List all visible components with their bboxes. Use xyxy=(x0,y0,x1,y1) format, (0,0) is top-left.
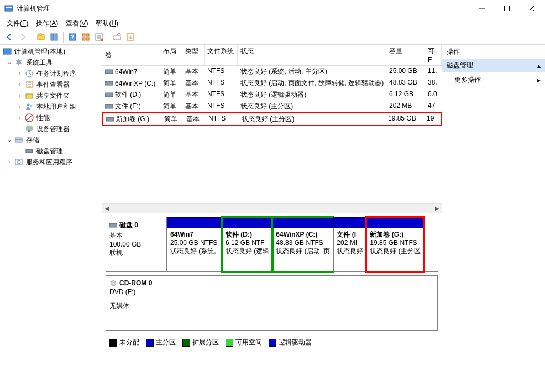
col-layout[interactable]: 布局 xyxy=(160,45,182,65)
svg-rect-31 xyxy=(15,140,22,142)
cdrom-info: CD-ROM 0 DVD (F:) 无媒体 xyxy=(106,276,438,330)
svg-text:?: ? xyxy=(71,34,74,40)
back-button[interactable] xyxy=(3,31,15,43)
tree-shared-folders[interactable]: ›共享文件夹 xyxy=(15,90,102,101)
svg-rect-15 xyxy=(86,38,89,40)
legend: 未分配 主分区 扩展分区 可用空间 逻辑驱动器 xyxy=(106,334,438,351)
tree-storage[interactable]: ⌄存储 xyxy=(4,134,102,145)
volume-row[interactable]: 软件 (D:)简单基本NTFS状态良好 (逻辑驱动器)6.12 GB6.0 xyxy=(102,89,442,101)
svg-rect-7 xyxy=(39,34,41,35)
actions-more[interactable]: 更多操作▸ xyxy=(442,72,545,87)
tree-system-tools[interactable]: ⌄系统工具 xyxy=(4,57,102,68)
cdrom-block[interactable]: CD-ROM 0 DVD (F:) 无媒体 xyxy=(106,275,438,331)
tree-root[interactable]: 计算机管理(本地) xyxy=(0,46,102,57)
menubar: 文件(F) 操作(A) 查看(V) 帮助(H) xyxy=(0,17,545,29)
volume-row[interactable]: 64WinXP (C:)简单基本NTFS状态良好 (启动, 页面文件, 故障转储… xyxy=(102,77,442,89)
h-scrollbar[interactable]: ◀▶ xyxy=(102,203,442,213)
forward-button[interactable] xyxy=(17,31,29,43)
svg-rect-12 xyxy=(82,34,85,36)
partition[interactable]: 64WinXP (C:)48.83 GB NTFS状态良好 (启动, 页 xyxy=(272,217,333,271)
menu-file[interactable]: 文件(F) xyxy=(3,18,32,28)
svg-rect-39 xyxy=(105,104,113,108)
col-avail[interactable]: 可F xyxy=(425,45,442,65)
svg-rect-13 xyxy=(86,34,89,36)
help-icon[interactable]: ? xyxy=(66,31,78,43)
svg-point-33 xyxy=(31,150,32,151)
menu-help[interactable]: 帮助(H) xyxy=(92,18,122,28)
col-capacity[interactable]: 容量 xyxy=(386,45,425,65)
svg-point-43 xyxy=(113,283,114,284)
svg-rect-3 xyxy=(504,6,509,11)
actions-section[interactable]: 磁盘管理▴ xyxy=(442,59,545,72)
disk-0-block[interactable]: 磁盘 0 基本 100.00 GB 联机 64Win725.00 GB NTFS… xyxy=(106,217,438,272)
volume-row[interactable]: 新加卷 (G:)简单基本NTFS状态良好 (主分区)19.85 GB19 xyxy=(102,112,442,126)
tree-services-apps[interactable]: ›服务和应用程序 xyxy=(4,156,102,168)
tree-local-users[interactable]: ›本地用户和组 xyxy=(15,101,102,112)
svg-rect-38 xyxy=(105,93,113,97)
tb-btn-4[interactable] xyxy=(80,31,92,43)
partition[interactable]: 文件 (I202 MI状态良好 xyxy=(333,217,366,271)
svg-rect-23 xyxy=(26,94,33,98)
menu-view[interactable]: 查看(V) xyxy=(62,18,91,28)
partition[interactable]: 64Win725.00 GB NTFS状态良好 (系统, xyxy=(167,217,222,271)
col-type[interactable]: 类型 xyxy=(182,45,205,65)
center-pane: 卷 布局 类型 文件系统 状态 容量 可F 64Win7简单基本NTFS状态良好… xyxy=(102,45,442,392)
col-volume[interactable]: 卷 xyxy=(102,45,160,65)
titlebar: 计算机管理 xyxy=(0,0,545,17)
tree-device-manager[interactable]: 设备管理器 xyxy=(15,123,102,134)
col-fs[interactable]: 文件系统 xyxy=(205,45,238,65)
svg-point-25 xyxy=(30,105,32,107)
partition[interactable]: 软件 (D:)6.12 GB NTF状态良好 (逻辑 xyxy=(222,217,272,271)
toolbar: ? xyxy=(0,29,545,45)
partition[interactable]: 新加卷 (G:)19.85 GB NTFS状态良好 (主分区 xyxy=(366,217,423,271)
svg-rect-29 xyxy=(28,130,30,132)
svg-rect-40 xyxy=(106,117,114,121)
volume-body[interactable]: 64Win7简单基本NTFS状态良好 (系统, 活动, 主分区)25.00 GB… xyxy=(102,66,442,203)
chevron-right-icon: ▸ xyxy=(537,76,541,84)
minimize-button[interactable] xyxy=(469,1,494,17)
tree-disk-management[interactable]: 磁盘管理 xyxy=(15,145,102,156)
disk-pane[interactable]: 磁盘 0 基本 100.00 GB 联机 64Win725.00 GB NTFS… xyxy=(102,213,442,392)
maximize-button[interactable] xyxy=(494,1,519,17)
volume-header: 卷 布局 类型 文件系统 状态 容量 可F xyxy=(102,45,442,66)
close-button[interactable] xyxy=(519,1,544,17)
actions-header: 操作 xyxy=(442,45,545,59)
tree-event-viewer[interactable]: ›事件查看器 xyxy=(15,79,102,90)
tb-btn-7[interactable] xyxy=(124,31,137,43)
svg-point-17 xyxy=(101,38,103,41)
tb-btn-2[interactable] xyxy=(48,31,60,43)
tree-pane[interactable]: 计算机管理(本地) ⌄系统工具 ›任务计划程序 ›事件查看器 ›共享文件夹 ›本… xyxy=(0,45,102,392)
actions-pane: 操作 磁盘管理▴ 更多操作▸ xyxy=(442,45,545,392)
svg-rect-9 xyxy=(55,34,57,40)
volume-row[interactable]: 64Win7简单基本NTFS状态良好 (系统, 活动, 主分区)25.00 GB… xyxy=(102,66,442,77)
svg-rect-1 xyxy=(6,7,12,8)
svg-line-27 xyxy=(27,116,32,120)
svg-rect-20 xyxy=(3,49,11,54)
svg-rect-28 xyxy=(27,127,32,130)
disk-0-partitions: 64Win725.00 GB NTFS状态良好 (系统,软件 (D:)6.12 … xyxy=(167,217,438,271)
svg-rect-30 xyxy=(15,138,22,140)
tree-performance[interactable]: ›性能 xyxy=(15,112,102,123)
svg-rect-14 xyxy=(82,38,85,40)
volume-table[interactable]: 卷 布局 类型 文件系统 状态 容量 可F 64Win7简单基本NTFS状态良好… xyxy=(102,45,442,213)
svg-rect-41 xyxy=(109,223,117,227)
svg-rect-18 xyxy=(114,36,120,40)
tb-btn-6[interactable] xyxy=(111,31,123,43)
window-title: 计算机管理 xyxy=(17,4,469,13)
col-status[interactable]: 状态 xyxy=(238,45,386,65)
menu-action[interactable]: 操作(A) xyxy=(33,18,61,28)
volume-row[interactable]: 文件 (E:)简单基本NTFS状态良好 (主分区)202 MB47 xyxy=(102,101,442,112)
svg-rect-8 xyxy=(51,34,54,40)
tb-btn-5[interactable] xyxy=(93,31,105,43)
app-icon xyxy=(4,4,13,13)
tree-task-scheduler[interactable]: ›任务计划程序 xyxy=(15,68,102,79)
svg-point-24 xyxy=(27,104,30,107)
disk-0-info: 磁盘 0 基本 100.00 GB 联机 xyxy=(106,217,167,271)
tb-btn-1[interactable] xyxy=(35,31,47,43)
svg-rect-36 xyxy=(105,70,113,74)
svg-rect-37 xyxy=(105,81,113,85)
svg-rect-0 xyxy=(5,6,13,11)
collapse-icon: ▴ xyxy=(537,62,541,70)
